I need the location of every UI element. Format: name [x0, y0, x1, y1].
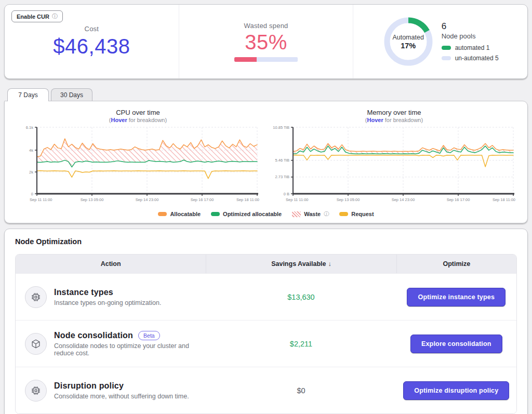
legend-label: Optimized allocatable	[223, 211, 282, 217]
svg-text:5.46 TiB: 5.46 TiB	[275, 158, 289, 163]
action-description: Instance types on-going optimization.	[54, 299, 161, 306]
action-title: Instance types	[54, 288, 113, 297]
cpu-chart-subtitle: (Hover for breakdown)	[109, 117, 167, 123]
wasted-spend-value: 35%	[245, 31, 287, 54]
waste-info-icon[interactable]: ⓘ	[324, 210, 329, 218]
chart-legend: Allocatable Optimized allocatable Waste …	[10, 208, 522, 221]
node-pools-info: 6 Node pools automated 1 un-automated 5	[442, 21, 499, 62]
optimized-allocatable-swatch-icon	[211, 212, 220, 216]
svg-text:6.1k: 6.1k	[25, 125, 33, 130]
table-row: Instance types Instance types on-going o…	[16, 273, 516, 320]
memory-chart-subtitle: (Hover for breakdown)	[365, 117, 423, 123]
node-optimization-card: Node Optimization Action Savings Availab…	[4, 229, 528, 414]
svg-text:0: 0	[31, 192, 33, 196]
tab-7-days[interactable]: 7 Days	[7, 88, 49, 101]
legend-item-automated: automated 1	[442, 44, 499, 51]
svg-text:2.73 TiB: 2.73 TiB	[275, 175, 289, 179]
table-row: Disruption policy Consolidate more, with…	[16, 367, 516, 413]
wasted-spend-progress	[234, 57, 298, 62]
cpu-chart-block: CPU over time (Hover for breakdown) 6.1k…	[10, 106, 266, 208]
wasted-spend-panel: Wasted spend 35%	[179, 5, 353, 78]
subtitle-post: for breakdown)	[383, 117, 423, 123]
cpu-chart-title: CPU over time	[116, 109, 160, 116]
svg-text:Sep 16 17:00: Sep 16 17:00	[190, 197, 214, 202]
svg-text:Sep 13 05:00: Sep 13 05:00	[336, 197, 360, 202]
wasted-spend-label: Wasted spend	[244, 22, 288, 30]
explore-consolidation-button[interactable]: Explore consolidation	[410, 335, 502, 353]
legend-item-unautomated: un-automated 5	[442, 55, 499, 62]
chip-icon	[25, 286, 47, 308]
automation-donut-chart: Automated 17%	[382, 16, 434, 68]
allocatable-swatch-icon	[158, 212, 167, 216]
sort-desc-icon[interactable]: ↓	[328, 260, 331, 268]
node-pools-count: 6	[442, 21, 499, 32]
svg-text:Sep 16 17:00: Sep 16 17:00	[446, 197, 470, 202]
cube-icon	[25, 333, 47, 355]
action-cell: Instance types Instance types on-going o…	[16, 279, 206, 315]
optimize-instance-types-button[interactable]: Optimize instance types	[407, 288, 506, 306]
unautomated-swatch-icon	[442, 56, 451, 60]
automation-panel: Automated 17% 6 Node pools automated 1	[353, 5, 527, 78]
svg-text:Sep 14 23:00: Sep 14 23:00	[135, 197, 158, 202]
hover-link: Hover	[367, 117, 383, 123]
legend-label: Allocatable	[170, 211, 201, 217]
request-swatch-icon	[339, 212, 348, 216]
charts-card: CPU over time (Hover for breakdown) 6.1k…	[4, 101, 528, 223]
enable-cur-button[interactable]: Enable CUR ⓘ	[11, 10, 63, 22]
info-icon[interactable]: ⓘ	[52, 12, 58, 20]
action-cell: Node consolidation Beta Consolidate node…	[16, 324, 206, 364]
action-title: Node consolidation	[54, 331, 133, 340]
table-row: Node consolidation Beta Consolidate node…	[16, 320, 516, 367]
legend-unautomated-label: un-automated 5	[455, 55, 499, 62]
beta-badge: Beta	[138, 331, 160, 340]
time-range-tabs: 7 Days 30 Days	[7, 88, 528, 101]
cpu-line-chart[interactable]: 6.1k4k2k0Sep 11 11:00Sep 13 05:00Sep 14 …	[14, 123, 262, 208]
savings-value: $13,630	[206, 293, 396, 301]
summary-card: Enable CUR ⓘ Cost $46,438 Wasted spend 3…	[4, 4, 528, 79]
column-header-action: Action	[16, 255, 206, 273]
memory-chart-title: Memory over time	[367, 109, 421, 116]
wasted-spend-progress-fill	[234, 57, 257, 62]
svg-text:Sep 13 05:00: Sep 13 05:00	[80, 197, 103, 202]
table-header: Action Savings Available↓ Optimize	[16, 255, 516, 273]
action-description: Consolidate more, without suffering down…	[54, 393, 189, 400]
node-optimization-title: Node Optimization	[15, 237, 517, 246]
action-cell: Disruption policy Consolidate more, with…	[16, 372, 206, 409]
hover-link: Hover	[111, 117, 127, 123]
legend-request[interactable]: Request	[339, 211, 374, 217]
node-pools-label: Node pools	[442, 32, 499, 40]
subtitle-post: for breakdown)	[127, 117, 167, 123]
savings-value: $0	[206, 386, 396, 395]
legend-automated-label: automated 1	[455, 44, 490, 51]
automation-center-value: 17%	[401, 42, 416, 50]
svg-text:Sep 18 11:00: Sep 18 11:00	[236, 197, 259, 202]
cost-label: Cost	[85, 25, 99, 33]
dashboard-page: Enable CUR ⓘ Cost $46,438 Wasted spend 3…	[0, 0, 532, 414]
enable-cur-label: Enable CUR	[17, 14, 49, 20]
svg-text:2k: 2k	[29, 170, 33, 175]
svg-text:Sep 11 11:00: Sep 11 11:00	[286, 197, 309, 202]
column-header-optimize: Optimize	[396, 255, 516, 273]
savings-value: $2,211	[206, 340, 396, 348]
action-title: Disruption policy	[54, 381, 124, 391]
memory-chart-block: Memory over time (Hover for breakdown) 1…	[266, 106, 522, 208]
svg-text:Sep 14 23:00: Sep 14 23:00	[391, 197, 415, 202]
chip-icon	[25, 380, 47, 402]
memory-line-chart[interactable]: 10.85 TiB5.46 TiB2.73 TiB0 BSep 11 11:00…	[270, 123, 518, 208]
tab-30-days[interactable]: 30 Days	[51, 88, 92, 101]
savings-header-label: Savings Available	[271, 260, 326, 268]
column-header-savings[interactable]: Savings Available↓	[206, 255, 396, 273]
legend-allocatable[interactable]: Allocatable	[158, 211, 201, 217]
waste-hatch-swatch-icon	[292, 211, 301, 217]
cost-value: $46,438	[53, 35, 130, 58]
automation-center-label: Automated	[392, 34, 423, 41]
svg-text:4k: 4k	[29, 148, 33, 153]
action-description: Consolidate nodes to optimize your clust…	[54, 342, 201, 357]
automated-swatch-icon	[442, 46, 451, 50]
svg-text:10.85 TiB: 10.85 TiB	[273, 125, 289, 130]
legend-waste[interactable]: Waste ⓘ	[292, 210, 329, 218]
legend-optimized-allocatable[interactable]: Optimized allocatable	[211, 211, 282, 217]
optimization-table: Action Savings Available↓ Optimize	[15, 254, 517, 414]
optimize-disruption-policy-button[interactable]: Optimize disruption policy	[403, 381, 509, 400]
legend-label: Waste	[304, 211, 321, 217]
